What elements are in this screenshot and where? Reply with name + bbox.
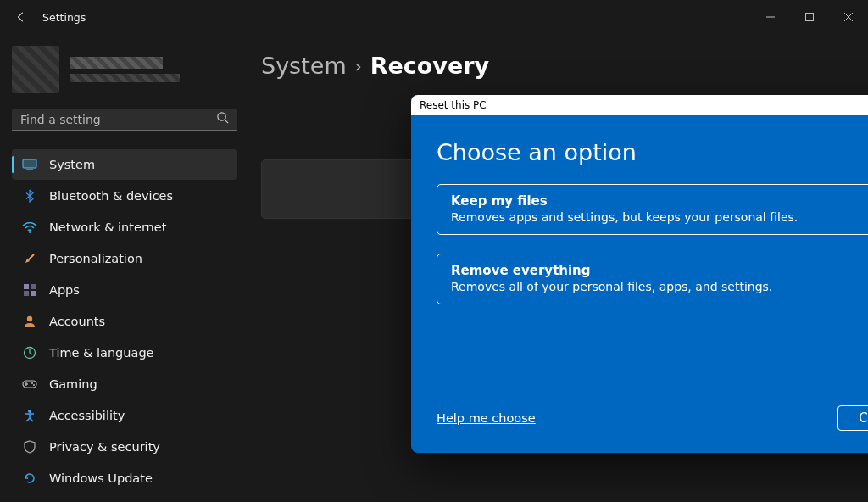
shield-icon: [22, 439, 37, 455]
close-button[interactable]: [829, 0, 868, 34]
option-title: Keep my files: [451, 193, 868, 209]
sidebar-item-apps[interactable]: Apps: [12, 275, 237, 305]
sidebar-item-time-language[interactable]: Time & language: [12, 337, 237, 368]
sidebar-item-label: Network & internet: [49, 220, 166, 234]
search-box[interactable]: [12, 109, 237, 131]
option-description: Removes all of your personal files, apps…: [451, 280, 868, 293]
content-area: System › Recovery p. › Reset PC Restart …: [246, 34, 868, 502]
sidebar-item-privacy-security[interactable]: Privacy & security: [12, 432, 237, 462]
search-icon: [216, 111, 229, 127]
svg-rect-1: [806, 14, 814, 21]
person-icon: [22, 314, 37, 329]
svg-point-8: [29, 231, 31, 233]
svg-line-9: [29, 254, 35, 260]
sidebar-item-accounts[interactable]: Accounts: [12, 306, 237, 337]
sidebar-item-personalization[interactable]: Personalization: [12, 243, 237, 274]
sidebar-item-label: Accessibility: [49, 409, 125, 422]
maximize-button[interactable]: [790, 0, 829, 34]
sidebar-item-label: Apps: [49, 283, 80, 297]
sidebar-item-label: Privacy & security: [49, 440, 160, 454]
reset-pc-dialog: Reset this PC Choose an option Keep my f…: [411, 95, 868, 453]
dialog-title: Reset this PC: [411, 95, 868, 115]
svg-point-21: [28, 410, 31, 413]
svg-rect-11: [31, 284, 36, 289]
apps-icon: [22, 282, 37, 298]
back-button[interactable]: [12, 8, 31, 26]
accessibility-icon: [22, 408, 37, 423]
sidebar-item-label: Personalization: [49, 252, 142, 265]
profile-email-redacted: [70, 74, 180, 82]
dialog-footer: Help me choose Cancel: [437, 405, 868, 436]
svg-rect-6: [23, 159, 36, 168]
paintbrush-icon: [22, 251, 37, 266]
sidebar-item-bluetooth[interactable]: Bluetooth & devices: [12, 181, 237, 211]
option-remove-everything[interactable]: Remove everything Removes all of your pe…: [437, 254, 868, 304]
sidebar: System Bluetooth & devices Network & int…: [0, 34, 246, 502]
sidebar-item-accessibility[interactable]: Accessibility: [12, 400, 237, 431]
dialog-heading: Choose an option: [437, 139, 868, 165]
svg-point-4: [218, 113, 225, 120]
help-me-choose-link[interactable]: Help me choose: [437, 411, 536, 425]
profile-block[interactable]: [12, 46, 237, 93]
svg-point-14: [27, 316, 32, 321]
titlebar: Settings: [0, 0, 868, 34]
cancel-button[interactable]: Cancel: [837, 405, 868, 431]
svg-rect-12: [24, 291, 29, 296]
svg-rect-10: [24, 284, 29, 289]
svg-line-5: [225, 120, 228, 123]
minimize-button[interactable]: [751, 0, 790, 34]
svg-point-19: [31, 382, 33, 384]
dialog-body: Choose an option Keep my files Removes a…: [411, 115, 868, 453]
profile-name-redacted: [70, 57, 163, 69]
window-controls: [751, 0, 868, 34]
nav: System Bluetooth & devices Network & int…: [12, 149, 237, 494]
gamepad-icon: [22, 376, 37, 392]
update-icon: [22, 471, 37, 486]
sidebar-item-network[interactable]: Network & internet: [12, 212, 237, 243]
system-icon: [22, 157, 37, 172]
search-input[interactable]: [20, 113, 216, 126]
svg-point-20: [33, 384, 35, 386]
sidebar-item-windows-update[interactable]: Windows Update: [12, 463, 237, 494]
dialog-overlay: Reset this PC Choose an option Keep my f…: [246, 34, 868, 502]
sidebar-item-label: Gaming: [49, 377, 97, 391]
clock-icon: [22, 345, 37, 360]
sidebar-item-gaming[interactable]: Gaming: [12, 369, 237, 399]
option-keep-my-files[interactable]: Keep my files Removes apps and settings,…: [437, 184, 868, 235]
window-title: Settings: [42, 11, 86, 24]
sidebar-item-label: Time & language: [49, 346, 154, 360]
option-title: Remove everything: [451, 263, 868, 278]
option-description: Removes apps and settings, but keeps you…: [451, 210, 868, 224]
sidebar-item-label: Accounts: [49, 315, 105, 328]
sidebar-item-label: Windows Update: [49, 471, 153, 485]
bluetooth-icon: [22, 188, 37, 204]
svg-rect-13: [31, 291, 36, 296]
profile-text: [70, 57, 180, 82]
sidebar-item-label: Bluetooth & devices: [49, 189, 173, 203]
avatar: [12, 46, 59, 93]
sidebar-item-system[interactable]: System: [12, 149, 237, 180]
wifi-icon: [22, 220, 37, 235]
sidebar-item-label: System: [49, 158, 95, 171]
